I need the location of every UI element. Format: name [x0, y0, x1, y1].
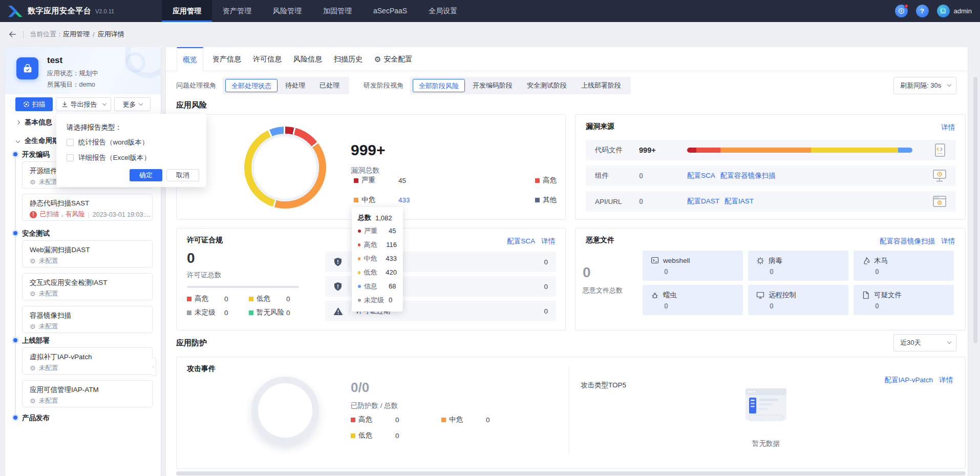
- vuln-total: 999+: [351, 141, 386, 159]
- app-bag-icon: [16, 57, 38, 79]
- sidebar-card-iast[interactable]: 交互式应用安全检测IAST ⚙未配置: [22, 273, 153, 300]
- dot-icon: [358, 285, 361, 288]
- filter-dev-stage[interactable]: 开发编码阶段: [465, 79, 520, 92]
- legend-color: [354, 178, 358, 183]
- export-report-button[interactable]: 导出报告: [56, 97, 111, 111]
- sidebar-card-atm[interactable]: 应用可信管理IAP-ATM ⚙未配置: [22, 380, 153, 407]
- trojan-icon: [862, 257, 870, 265]
- config-vpatch-link[interactable]: 配置IAP-vPatch: [884, 376, 933, 385]
- breadcrumb-prefix: 当前位置：: [30, 30, 63, 39]
- risk-alert-icon: !: [30, 211, 37, 218]
- tab-scan-history[interactable]: 扫描历史: [334, 55, 363, 64]
- checkbox-excel-report[interactable]: [67, 154, 74, 161]
- top-menu: 应用管理 资产管理 风险管理 加固管理 aSecPaaS 全局设置: [162, 0, 468, 22]
- attack-legend-low: 低危 0: [351, 431, 399, 440]
- filter-all-stage-risk[interactable]: 全部阶段风险: [413, 79, 465, 92]
- config-sca-link[interactable]: 配置SCA: [687, 171, 715, 180]
- menu-hardening-management[interactable]: 加固管理: [312, 0, 363, 22]
- horizontal-scrollbar[interactable]: [176, 471, 966, 475]
- confirm-button[interactable]: 确定: [130, 169, 162, 181]
- legend-color: [535, 198, 540, 202]
- divider: [23, 31, 24, 38]
- refresh-interval-select[interactable]: 刷新间隔: 30s: [893, 77, 956, 94]
- divider: [349, 282, 349, 291]
- risk-donut-chart[interactable]: [244, 127, 326, 209]
- dot-icon: [358, 243, 360, 246]
- time-range-select[interactable]: 近30天: [893, 334, 956, 351]
- username[interactable]: admin: [954, 7, 972, 15]
- legend-color: [535, 178, 540, 183]
- malicious-total-label: 恶意文件总数: [583, 286, 623, 295]
- dot-icon: [358, 257, 360, 260]
- vuln-total-label: 漏洞总数: [351, 166, 379, 175]
- sidebar-card-sast[interactable]: 静态代码扫描SAST !已扫描，有风险|2023-03-01 19:03:...: [22, 194, 153, 221]
- menu-asset-management[interactable]: 资产管理: [212, 0, 262, 22]
- api-url-icon: [932, 195, 947, 208]
- menu-app-management[interactable]: 应用管理: [162, 0, 212, 22]
- legend-color: [351, 418, 355, 422]
- app-title: 数字应用安全平台: [28, 6, 91, 16]
- vuln-source-detail-link[interactable]: 详情: [941, 123, 955, 132]
- config-iast-link[interactable]: 配置IAST: [725, 197, 754, 206]
- legend-color: [249, 311, 253, 315]
- gear-icon: ⚙: [30, 258, 36, 264]
- webshell-icon: [651, 256, 659, 264]
- license-legend-unrated: 未定级 0: [187, 308, 228, 317]
- top-navbar: 数字应用安全平台 V2.0.11 应用管理 资产管理 风险管理 加固管理 aSe…: [0, 0, 980, 22]
- scan-button[interactable]: 扫描: [15, 97, 53, 111]
- filter-group-stage: 全部阶段风险 开发编码阶段 安全测试阶段 上线部署阶段: [410, 77, 631, 94]
- top5-detail-link[interactable]: 详情: [939, 376, 953, 385]
- logo-icon: [7, 5, 23, 18]
- sidebar-card-vpatch[interactable]: 虚拟补丁IAP-vPatch ⚙未配置: [22, 347, 153, 375]
- menu-asecpaas[interactable]: aSecPaaS: [363, 0, 418, 22]
- avatar[interactable]: [937, 5, 950, 17]
- license-config-sca-link[interactable]: 配置SCA: [507, 237, 535, 246]
- report-option-excel[interactable]: 详细报告（Excel版本）: [67, 153, 151, 162]
- sidebar-collapse-handle[interactable]: ‹: [151, 358, 156, 376]
- tooltip-row-info: 信息68: [358, 279, 397, 293]
- card-status: 未配置: [39, 289, 58, 298]
- config-container-scan-link[interactable]: 配置容器镜像扫描: [720, 171, 776, 180]
- vertical-scrollbar[interactable]: [973, 77, 977, 343]
- stage-dev-coding: 开发编码: [22, 150, 50, 159]
- malicious-detail-link[interactable]: 详情: [941, 237, 955, 246]
- help-icon[interactable]: ?: [916, 5, 929, 17]
- tab-license-info[interactable]: 许可信息: [253, 55, 282, 64]
- filter-test-stage[interactable]: 安全测试阶段: [520, 79, 574, 92]
- severity-stack-bar: [687, 148, 912, 153]
- legend-color: [187, 297, 191, 301]
- main-content: 概览 资产信息 许可信息 风险信息 扫描历史 ⚙安全配置 问题处理视角 全部处理…: [166, 47, 968, 476]
- suspicious-file-icon: [862, 291, 870, 299]
- tooltip-row-critical: 严重45: [358, 224, 397, 238]
- back-icon[interactable]: [8, 30, 17, 38]
- more-button[interactable]: 更多: [114, 97, 151, 111]
- sidebar-card-dast[interactable]: Web漏洞扫描DAST ⚙未配置: [22, 240, 153, 267]
- filter-pending[interactable]: 待处理: [278, 79, 312, 92]
- menu-global-settings[interactable]: 全局设置: [418, 0, 468, 22]
- config-dast-link[interactable]: 配置DAST: [687, 197, 719, 206]
- tab-asset-info[interactable]: 资产信息: [212, 55, 241, 64]
- cancel-button[interactable]: 取消: [166, 169, 199, 181]
- notification-icon[interactable]: [895, 5, 908, 17]
- license-detail-link[interactable]: 详情: [541, 237, 555, 246]
- export-report-popover: 请选择报告类型： 统计报告（word版本） 详细报告（Excel版本） 确定 取…: [56, 114, 206, 187]
- sidebar-item-basic-info[interactable]: 基本信息: [16, 116, 52, 129]
- tab-security-config[interactable]: ⚙安全配置: [374, 55, 412, 64]
- filter-processed[interactable]: 已处理: [312, 79, 347, 92]
- card-title: 交互式应用安全检测IAST: [30, 278, 108, 287]
- checkbox-word-report[interactable]: [67, 139, 74, 146]
- medium-count-link[interactable]: 433: [398, 196, 410, 204]
- menu-risk-management[interactable]: 风险管理: [262, 0, 312, 22]
- breadcrumb-section[interactable]: 应用管理: [63, 30, 90, 39]
- sidebar: test 应用状态：规划中 所属项目：demo 扫描 导出报告 更多 基本信息 …: [5, 47, 161, 476]
- malicious-config-link[interactable]: 配置容器镜像扫描: [880, 237, 935, 246]
- empty-state-illustration: [743, 387, 789, 424]
- divider: [569, 366, 569, 454]
- report-option-word[interactable]: 统计报告（word版本）: [67, 138, 148, 147]
- filter-all-status[interactable]: 全部处理状态: [225, 79, 278, 92]
- filter-deploy-stage[interactable]: 上线部署阶段: [574, 79, 628, 92]
- tab-overview[interactable]: 概览: [177, 47, 203, 72]
- warning-icon: [333, 307, 343, 316]
- sidebar-card-container-scan[interactable]: 容器镜像扫描 ⚙未配置: [22, 306, 153, 333]
- tab-risk-info[interactable]: 风险信息: [293, 55, 322, 64]
